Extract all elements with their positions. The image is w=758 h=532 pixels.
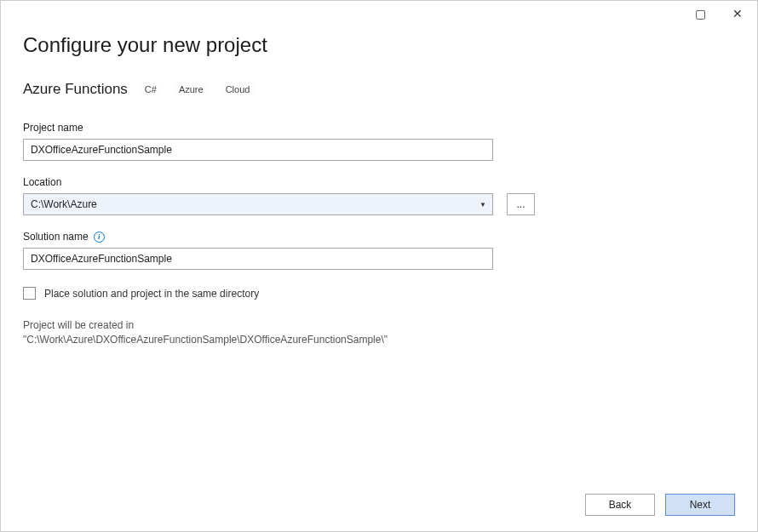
same-directory-label: Place solution and project in the same d… <box>44 288 259 300</box>
solution-name-input[interactable] <box>23 248 493 270</box>
project-name-group: Project name <box>23 122 735 161</box>
info-icon[interactable]: i <box>94 232 105 243</box>
dialog-window: ▢ ✕ Configure your new project Azure Fun… <box>0 0 758 532</box>
solution-name-label: Solution name <box>23 231 89 243</box>
next-button[interactable]: Next <box>665 494 735 516</box>
maximize-icon: ▢ <box>695 7 706 20</box>
location-label: Location <box>23 176 735 188</box>
close-button[interactable]: ✕ <box>723 3 752 24</box>
close-icon: ✕ <box>732 7 743 20</box>
same-directory-row: Place solution and project in the same d… <box>23 287 735 300</box>
template-header-row: Azure Functions C# Azure Cloud <box>23 81 735 98</box>
template-name: Azure Functions <box>23 81 128 98</box>
project-name-input[interactable] <box>23 139 493 161</box>
footer-buttons: Back Next <box>585 494 735 516</box>
dialog-content: Configure your new project Azure Functio… <box>1 26 757 531</box>
project-name-label: Project name <box>23 122 735 134</box>
creation-path-text: Project will be created in "C:\Work\Azur… <box>23 318 500 347</box>
tag-csharp: C# <box>140 83 162 96</box>
same-directory-checkbox[interactable] <box>23 287 36 300</box>
titlebar: ▢ ✕ <box>1 1 757 26</box>
tag-azure: Azure <box>174 83 209 96</box>
browse-button[interactable]: ... <box>507 193 535 215</box>
page-title: Configure your new project <box>23 33 735 57</box>
location-combo[interactable] <box>23 193 493 215</box>
location-group: Location ▼ ... <box>23 176 735 215</box>
location-combo-wrap: ▼ <box>23 193 493 215</box>
back-button[interactable]: Back <box>585 494 655 516</box>
solution-name-group: Solution name i <box>23 231 735 270</box>
tag-cloud: Cloud <box>221 83 256 96</box>
maximize-button[interactable]: ▢ <box>686 3 715 24</box>
